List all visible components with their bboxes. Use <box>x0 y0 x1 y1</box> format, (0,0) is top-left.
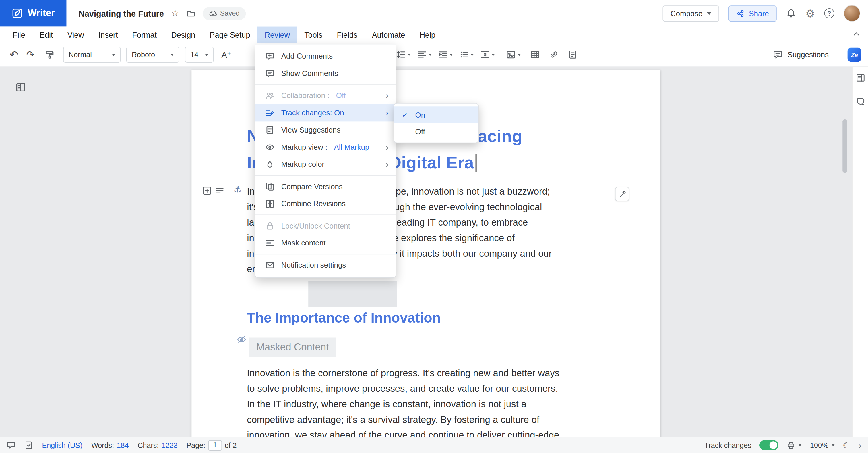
font-select-value: Roboto <box>132 50 155 59</box>
markup-color-icon <box>265 160 274 169</box>
zoom-control[interactable]: 100% <box>810 441 834 449</box>
spell-check-icon[interactable] <box>24 441 33 450</box>
font-family-select[interactable]: Roboto <box>126 47 179 63</box>
menu-item-compare-versions[interactable]: Compare Versions <box>255 178 396 195</box>
insert-link-button[interactable] <box>547 50 559 59</box>
menu-help[interactable]: Help <box>412 27 443 44</box>
document-navigation-panel-icon[interactable] <box>16 82 26 94</box>
collapse-ribbon-icon[interactable] <box>852 30 860 38</box>
menu-item-value: Off <box>336 91 346 100</box>
font-size-select[interactable]: 14 <box>185 47 214 63</box>
menu-format[interactable]: Format <box>125 27 164 44</box>
menu-tools[interactable]: Tools <box>297 27 330 44</box>
page-number-input[interactable] <box>208 440 222 450</box>
insert-content-block-button[interactable] <box>566 50 578 59</box>
text-align-dropdown[interactable] <box>417 50 432 59</box>
menu-item-track-changes[interactable]: Track changes: On › <box>255 104 396 121</box>
indent-dropdown[interactable] <box>438 50 453 59</box>
menu-item-collaboration[interactable]: Collaboration : Off › <box>255 87 396 104</box>
menu-edit[interactable]: Edit <box>32 27 60 44</box>
menu-item-mask-content[interactable]: Mask content <box>255 234 396 252</box>
track-changes-toggle[interactable] <box>760 440 779 450</box>
share-button[interactable]: Share <box>728 5 777 21</box>
language-selector[interactable]: English (US) <box>42 441 83 449</box>
print-layout-dropdown[interactable] <box>787 441 802 450</box>
menu-item-label: Track changes: On <box>281 109 344 117</box>
collaboration-icon <box>265 91 274 100</box>
paragraph-style-select[interactable]: Normal <box>63 47 121 63</box>
menu-design[interactable]: Design <box>164 27 203 44</box>
favorite-star-icon[interactable]: ☆ <box>171 9 179 18</box>
chevron-down-icon <box>492 54 495 56</box>
word-count[interactable]: Words: 184 <box>91 441 129 449</box>
menu-item-add-comments[interactable]: Add Comments <box>255 48 396 65</box>
smart-format-tools-button[interactable] <box>615 187 629 201</box>
vertical-scrollbar[interactable] <box>842 119 847 173</box>
settings-gear-icon[interactable]: ⚙ <box>805 8 815 19</box>
paragraph-options-icon[interactable] <box>215 186 224 197</box>
right-panel-strip <box>852 66 868 436</box>
suggestions-button[interactable]: Suggestions <box>773 50 829 60</box>
menu-file[interactable]: File <box>5 27 32 44</box>
chevron-right-icon[interactable]: › <box>859 441 861 449</box>
words-value: 184 <box>117 441 129 449</box>
menu-item-notification-settings[interactable]: Notification settings <box>255 257 396 274</box>
menu-item-lock-unlock-content[interactable]: Lock/Unlock Content <box>255 217 396 234</box>
document-title[interactable]: Navigating the Future <box>79 9 164 18</box>
insert-table-button[interactable] <box>529 50 541 59</box>
chevron-down-icon <box>831 444 835 446</box>
undo-button[interactable]: ↶ <box>8 49 20 61</box>
notifications-bell-icon[interactable] <box>786 8 796 19</box>
writer-logo[interactable]: Writer <box>0 0 66 27</box>
submenu-item-on[interactable]: ✓ On <box>394 106 478 123</box>
redo-button[interactable]: ↷ <box>24 49 36 61</box>
comments-panel-icon[interactable] <box>856 97 865 106</box>
zia-assistant-icon[interactable]: Za <box>848 48 861 61</box>
help-icon[interactable]: ? <box>825 8 834 19</box>
user-avatar[interactable] <box>844 5 860 22</box>
submenu-item-off[interactable]: Off <box>394 123 478 140</box>
menu-item-label: Compare Versions <box>281 182 343 191</box>
menu-bar: File Edit View Insert Format Design Page… <box>0 27 868 44</box>
menu-item-markup-color[interactable]: Markup color › <box>255 156 396 173</box>
night-mode-moon-icon[interactable]: ☾ <box>843 441 850 449</box>
cloud-saved-icon <box>208 9 217 18</box>
submenu-arrow-icon: › <box>386 143 389 152</box>
page-indicator: Page: of 2 <box>187 440 237 450</box>
menu-fields[interactable]: Fields <box>330 27 365 44</box>
menu-insert[interactable]: Insert <box>91 27 125 44</box>
menu-item-label: Lock/Unlock Content <box>281 222 350 230</box>
chevron-down-icon <box>518 54 521 56</box>
page-total: of 2 <box>225 441 237 449</box>
view-suggestions-icon <box>265 125 274 135</box>
menu-review[interactable]: Review <box>257 27 298 44</box>
menu-automate[interactable]: Automate <box>365 27 412 44</box>
menu-item-label: Markup color <box>281 160 324 168</box>
menu-item-view-suggestions[interactable]: View Suggestions <box>255 121 396 139</box>
format-painter-button[interactable] <box>43 50 55 59</box>
insert-image-dropdown[interactable] <box>506 50 521 60</box>
list-dropdown[interactable] <box>460 50 474 59</box>
masked-content-placeholder[interactable]: Masked Content <box>249 337 336 357</box>
chevron-down-icon <box>112 54 115 56</box>
char-count[interactable]: Chars: 1223 <box>137 441 177 449</box>
chevron-down-icon <box>407 54 411 56</box>
add-block-icon[interactable] <box>203 186 212 197</box>
info-panel-icon[interactable] <box>856 73 865 83</box>
chevron-down-icon <box>450 54 453 56</box>
folder-icon[interactable] <box>186 9 195 18</box>
comments-status-icon[interactable] <box>7 441 16 450</box>
masked-content-eye-off-icon[interactable] <box>237 335 246 346</box>
menu-view[interactable]: View <box>60 27 91 44</box>
compose-button[interactable]: Compose <box>663 5 719 21</box>
menu-item-show-comments[interactable]: Show Comments <box>255 65 396 82</box>
menu-item-label: Show Comments <box>281 69 338 78</box>
menu-page-setup[interactable]: Page Setup <box>203 27 257 44</box>
increase-font-size-button[interactable]: A⁺ <box>220 50 232 60</box>
menu-item-combine-revisions[interactable]: Combine Revisions <box>255 195 396 213</box>
paragraph-spacing-dropdown[interactable] <box>480 50 495 59</box>
paragraph-line: innovation, we stay ahead of the curve a… <box>247 428 559 437</box>
status-bar: English (US) Words: 184 Chars: 1223 Page… <box>0 437 868 453</box>
menu-item-markup-view[interactable]: Markup view : All Markup › <box>255 139 396 156</box>
line-spacing-dropdown[interactable] <box>396 50 411 59</box>
